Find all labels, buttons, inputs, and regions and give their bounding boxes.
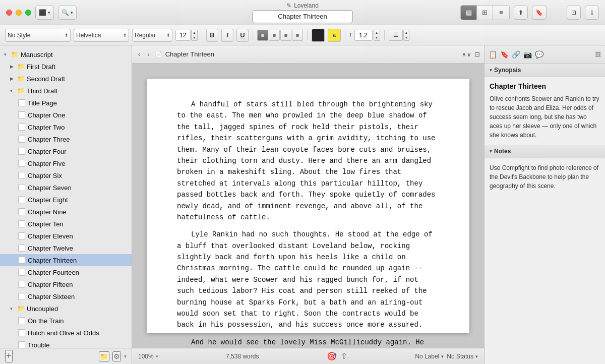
sidebar-item-chapter-nine[interactable]: Chapter Nine [0,206,132,218]
sidebar-item-hutch-and-olive[interactable]: Hutch and Olive at Odds [0,327,132,339]
inspector-comment-btn[interactable]: 💬 [535,50,543,58]
sidebar-item-chapter-seven[interactable]: Chapter Seven [0,181,132,194]
sidebar-item-uncoupled[interactable]: ▾ 📁 Uncoupled [0,302,132,315]
bold-button[interactable]: B [206,29,218,42]
view-outline-button[interactable]: ≡ [493,6,509,20]
share-button[interactable]: ⬆ [514,6,528,20]
footer-word-count: 7,538 words [226,353,259,360]
document-title-input[interactable] [252,10,353,23]
font-size-input[interactable] [175,30,191,41]
target-icon[interactable]: 🎯 [327,351,337,361]
inspector-bookmark-btn[interactable]: 🔖 [500,50,509,58]
synopsis-content: Chapter Thirteen Olive confronts Scower … [485,77,605,145]
inspector-notes-btn[interactable]: 📋 [489,50,497,58]
sidebar-item-chapter-fifteen[interactable]: Chapter Fifteen [0,278,132,290]
line-height-input[interactable] [354,30,373,41]
italic-button[interactable]: I [221,29,233,42]
sidebar-item-label: Chapter Eight [28,196,132,204]
sidebar-item-chapter-fourteen[interactable]: Chapter Fourteen [0,266,132,278]
font-select[interactable]: Helvetica [74,29,129,42]
close-button[interactable] [6,10,12,16]
align-right-button[interactable]: ≡ [280,30,291,41]
snapshot-button[interactable]: ⊡ [567,6,581,20]
sidebar-item-first-draft[interactable]: ▶ 📁 First Draft [0,60,132,73]
text-color-button[interactable] [312,29,325,42]
weight-select[interactable]: Regular [132,29,172,42]
label-dropdown[interactable]: No Label ▾ [415,353,444,360]
sidebar-item-on-the-train[interactable]: On the Train [0,315,132,327]
maximize-button[interactable] [25,10,31,16]
bookmark-icon: 🔖 [535,9,543,16]
sidebar-item-chapter-five[interactable]: Chapter Five [0,157,132,169]
style-select-wrap[interactable]: No Style ⬍ [5,29,71,42]
align-justify-button[interactable]: ≡ [292,30,303,41]
line-height-stepper[interactable]: ▲ ▼ [374,30,380,41]
third-draft-folder-icon: 📁 [17,87,25,94]
document-page[interactable]: A handful of stars still bled through th… [147,79,469,333]
font-size-up-icon: ▲ [193,31,196,34]
document-footer: 100% ▾ 7,538 words 🎯 ⇧ No Label ▾ No Sta… [132,348,484,364]
sidebar-item-chapter-twelve[interactable]: Chapter Twelve [0,242,132,254]
sidebar-item-label: Title Page [28,99,132,107]
highlight-button[interactable]: a [328,29,341,42]
sidebar-item-label: Uncoupled [27,305,132,313]
underline-button[interactable]: U [236,29,249,42]
sidebar-item-chapter-three[interactable]: Chapter Three [0,133,132,145]
nav-next-button[interactable]: › [145,49,151,59]
document-scroll[interactable]: A handful of stars still bled through th… [132,64,484,348]
add-document-button[interactable]: + [5,350,13,362]
sidebar-item-chapter-one[interactable]: Chapter One [0,109,132,121]
toolbar-divider-1 [202,30,202,40]
doc-header-icon: 📄 [155,51,162,58]
font-select-wrap[interactable]: Helvetica ⬍ [74,29,129,42]
view-grid-button[interactable]: ⊞ [477,6,493,20]
sidebar-item-chapter-sixteen[interactable]: Chapter Sixteen [0,290,132,302]
style-select[interactable]: No Style [5,29,71,42]
sidebar-item-chapter-thirteen[interactable]: Chapter Thirteen [0,254,132,266]
folder-button[interactable]: 📁 [99,351,109,361]
search-button[interactable]: 🔍 ▾ [58,6,77,20]
expand-button[interactable]: ⊡ [474,50,480,58]
sidebar-item-third-draft[interactable]: ▾ 📁 Third Draft [0,85,132,97]
sidebar-item-chapter-two[interactable]: Chapter Two [0,121,132,133]
synopsis-section-header[interactable]: ▾ Synopsis [485,64,605,77]
sidebar-item-chapter-four[interactable]: Chapter Four [0,145,132,157]
sidebar-item-label: Manuscript [21,51,132,58]
notes-section-header[interactable]: ▾ Notes [485,145,605,158]
sidebar-item-chapter-ten[interactable]: Chapter Ten [0,218,132,230]
sidebar-item-trouble[interactable]: Trouble [0,339,132,348]
sidebar: ▾ 📁 Manuscript ▶ 📁 First Draft ▶ 📁 Secon… [0,45,132,364]
arrow-down-button[interactable]: ∨ [467,51,471,58]
list-down-icon: ▼ [405,36,408,39]
settings-button[interactable]: ⚙ [112,351,121,361]
font-size-stepper[interactable]: ▲ ▼ [191,30,198,41]
nav-prev-button[interactable]: ‹ [136,49,142,59]
align-center-button[interactable]: ≡ [269,30,280,41]
info-button[interactable]: ℹ [585,6,599,20]
zoom-area[interactable]: 100% ▾ [138,353,158,360]
sidebar-item-second-draft[interactable]: ▶ 📁 Second Draft [0,73,132,85]
minimize-button[interactable] [16,10,22,16]
list-stepper[interactable]: ▲ ▼ [403,30,410,41]
flag-icon[interactable]: ⇧ [341,351,347,361]
search-icon: 🔍 [62,9,69,16]
sidebar-item-chapter-six[interactable]: Chapter Six [0,169,132,181]
bookmark-button[interactable]: 🔖 [532,6,547,20]
inspector-link-btn[interactable]: 🔗 [512,50,520,58]
sidebar-item-title-page[interactable]: Title Page [0,97,132,109]
weight-select-wrap[interactable]: Regular ⬍ [132,29,172,42]
arrow-up-button[interactable]: ∧ [462,51,466,58]
align-left-button[interactable]: ≡ [257,30,268,41]
sidebar-toggle-button[interactable]: ⬛ ▾ [35,6,54,20]
sidebar-item-manuscript[interactable]: ▾ 📁 Manuscript [0,48,132,60]
status-dropdown[interactable]: No Status ▾ [447,353,478,360]
view-single-button[interactable]: ▤ [461,6,477,20]
inspector-camera-btn[interactable]: 📷 [523,50,532,58]
inspector-image-btn[interactable]: 🖼 [595,51,601,58]
list-button[interactable]: ☰ [389,30,403,41]
label-text: No Label [415,353,439,360]
notes-content: Use Compfight to find photo reference of… [485,158,605,196]
sidebar-item-chapter-eleven[interactable]: Chapter Eleven [0,230,132,242]
sidebar-item-chapter-eight[interactable]: Chapter Eight [0,194,132,206]
toolbar-divider-3 [307,30,308,40]
